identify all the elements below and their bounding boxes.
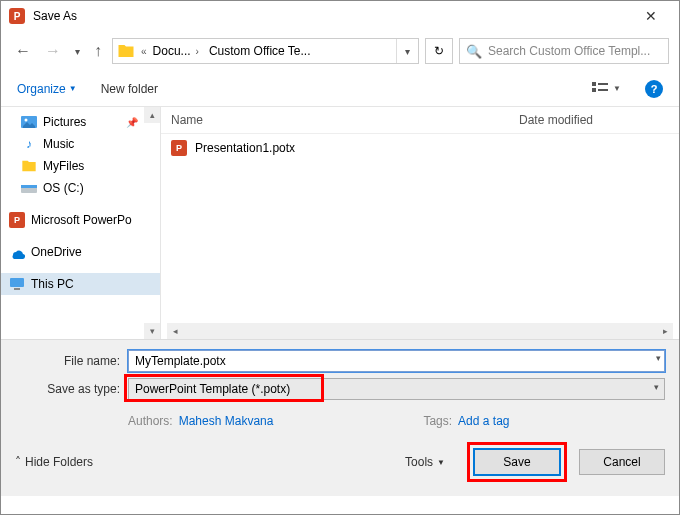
column-date-modified[interactable]: Date modified (519, 113, 669, 127)
address-dropdown[interactable]: ▾ (396, 39, 418, 63)
svg-rect-2 (598, 83, 608, 85)
tree-item-os-c[interactable]: OS (C:) (1, 177, 160, 199)
svg-rect-3 (598, 89, 608, 91)
filename-label: File name: (15, 354, 120, 368)
tree-item-ms-powerpoint[interactable]: P Microsoft PowerPo (1, 209, 160, 231)
horizontal-scrollbar[interactable]: ◂ ▸ (167, 323, 673, 339)
filename-dropdown-icon[interactable]: ▾ (656, 353, 661, 363)
column-name[interactable]: Name (171, 113, 519, 127)
search-icon: 🔍 (466, 44, 482, 59)
music-icon: ♪ (21, 136, 37, 152)
pictures-icon (21, 114, 37, 130)
cancel-button[interactable]: Cancel (579, 449, 665, 475)
highlight-annotation: Save (467, 442, 567, 482)
scroll-right-icon[interactable]: ▸ (657, 326, 673, 336)
savetype-label: Save as type: (15, 382, 120, 396)
folder-icon (117, 42, 135, 60)
filename-input[interactable] (128, 350, 665, 372)
tree-item-pictures[interactable]: Pictures 📌 (1, 111, 160, 133)
tree-item-onedrive[interactable]: OneDrive (1, 241, 160, 263)
scroll-left-icon[interactable]: ◂ (167, 326, 183, 336)
this-pc-icon (9, 276, 25, 292)
svg-rect-0 (592, 82, 596, 86)
window-title: Save As (33, 9, 631, 23)
save-as-type-dropdown[interactable]: PowerPoint Template (*.potx) (128, 378, 665, 400)
tools-menu[interactable]: Tools ▼ (405, 455, 445, 469)
up-button[interactable]: ↑ (90, 38, 106, 64)
tree-item-music[interactable]: ♪ Music (1, 133, 160, 155)
tree-item-myfiles[interactable]: MyFiles (1, 155, 160, 177)
file-row[interactable]: P Presentation1.potx (161, 134, 679, 162)
scroll-up-icon[interactable]: ▴ (144, 107, 160, 123)
powerpoint-app-icon: P (9, 8, 25, 24)
navigation-tree[interactable]: ▴ Pictures 📌 ♪ Music MyFiles OS (C:) P (1, 107, 161, 339)
new-folder-button[interactable]: New folder (101, 82, 158, 96)
breadcrumb-segment[interactable]: Custom Office Te... (205, 44, 315, 58)
view-options[interactable]: ▼ (592, 82, 621, 96)
search-placeholder: Search Custom Office Templ... (488, 44, 650, 58)
powerpoint-file-icon: P (171, 140, 187, 156)
chevron-up-icon: ˄ (15, 455, 21, 469)
breadcrumb-segment[interactable]: Docu...› (149, 44, 205, 58)
chevron-down-icon[interactable]: ▾ (654, 382, 659, 392)
refresh-button[interactable]: ↻ (425, 38, 453, 64)
list-header[interactable]: Name Date modified (161, 107, 679, 134)
folder-icon (21, 158, 37, 174)
address-bar[interactable]: « Docu...› Custom Office Te... ▾ (112, 38, 419, 64)
tags-field[interactable]: Tags:Add a tag (423, 414, 509, 428)
hide-folders-button[interactable]: ˄ Hide Folders (15, 455, 93, 469)
tree-item-this-pc[interactable]: This PC (1, 273, 160, 295)
authors-field[interactable]: Authors:Mahesh Makvana (128, 414, 273, 428)
onedrive-icon (9, 244, 25, 260)
close-button[interactable]: ✕ (631, 8, 671, 24)
organize-menu[interactable]: Organize ▼ (17, 82, 77, 96)
svg-rect-8 (10, 278, 24, 287)
chevron-right-icon[interactable]: « (139, 46, 149, 57)
drive-icon (21, 180, 37, 196)
powerpoint-icon: P (9, 212, 25, 228)
search-input[interactable]: 🔍 Search Custom Office Templ... (459, 38, 669, 64)
file-list[interactable]: Name Date modified P Presentation1.potx … (161, 107, 679, 339)
forward-button[interactable]: → (41, 38, 65, 64)
save-button[interactable]: Save (474, 449, 560, 475)
file-name: Presentation1.potx (195, 141, 295, 155)
scroll-down-icon[interactable]: ▾ (144, 323, 160, 339)
svg-point-5 (25, 119, 28, 122)
back-button[interactable]: ← (11, 38, 35, 64)
recent-locations-dropdown[interactable]: ▾ (71, 42, 84, 61)
svg-rect-1 (592, 88, 596, 92)
svg-rect-9 (14, 288, 20, 290)
help-button[interactable]: ? (645, 80, 663, 98)
svg-rect-7 (21, 185, 37, 188)
